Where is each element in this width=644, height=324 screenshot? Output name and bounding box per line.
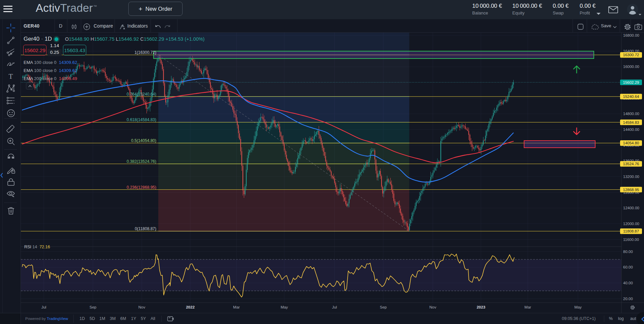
svg-text:Nov: Nov	[138, 305, 146, 309]
svg-text:2022: 2022	[186, 305, 195, 309]
svg-text:Jul: Jul	[332, 305, 337, 309]
svg-text:2023: 2023	[477, 305, 485, 309]
svg-text:14054.80: 14054.80	[623, 141, 639, 145]
svg-text:14400.00: 14400.00	[623, 128, 639, 132]
svg-text:12868.95: 12868.95	[623, 188, 639, 192]
svg-text:0.5(14054.80): 0.5(14054.80)	[131, 138, 156, 143]
svg-text:1(16300.72): 1(16300.72)	[134, 50, 156, 55]
svg-text:60.00: 60.00	[623, 265, 633, 269]
svg-text:13200.00: 13200.00	[623, 175, 639, 179]
svg-text:0.236(12868.95): 0.236(12868.95)	[127, 185, 156, 190]
svg-text:Sep: Sep	[380, 305, 387, 309]
svg-text:Mar: Mar	[524, 305, 531, 309]
svg-text:0(11808.87): 0(11808.87)	[135, 226, 156, 231]
svg-text:12000.00: 12000.00	[623, 222, 639, 226]
svg-text:0.382(13524.76): 0.382(13524.76)	[127, 159, 156, 164]
svg-text:Mar: Mar	[233, 305, 240, 309]
svg-text:14584.83: 14584.83	[623, 120, 639, 124]
svg-text:16000.00: 16000.00	[623, 65, 639, 69]
svg-text:May: May	[574, 305, 582, 309]
svg-text:Jul: Jul	[41, 305, 46, 309]
svg-text:T: T	[9, 73, 13, 80]
svg-text:Nov: Nov	[429, 305, 437, 309]
svg-text:0.764(15240.64): 0.764(15240.64)	[127, 92, 156, 97]
svg-text:20.00: 20.00	[623, 297, 633, 301]
svg-text:11600.00: 11600.00	[623, 238, 639, 242]
svg-text:40.00: 40.00	[623, 281, 633, 285]
svg-text:15602.29: 15602.29	[623, 80, 639, 84]
svg-text:13524.76: 13524.76	[623, 162, 639, 166]
svg-text:14800.00: 14800.00	[623, 112, 639, 116]
svg-text:May: May	[281, 305, 288, 309]
svg-text:11808.87: 11808.87	[623, 229, 639, 233]
svg-text:16300.72: 16300.72	[623, 53, 639, 57]
svg-text:Sep: Sep	[90, 305, 96, 309]
svg-text:16800.00: 16800.00	[623, 33, 639, 37]
svg-text:15240.64: 15240.64	[623, 95, 640, 99]
svg-text:80.00: 80.00	[623, 250, 633, 254]
svg-text:12400.00: 12400.00	[623, 206, 639, 210]
svg-text:0.618(14584.83): 0.618(14584.83)	[127, 117, 156, 122]
